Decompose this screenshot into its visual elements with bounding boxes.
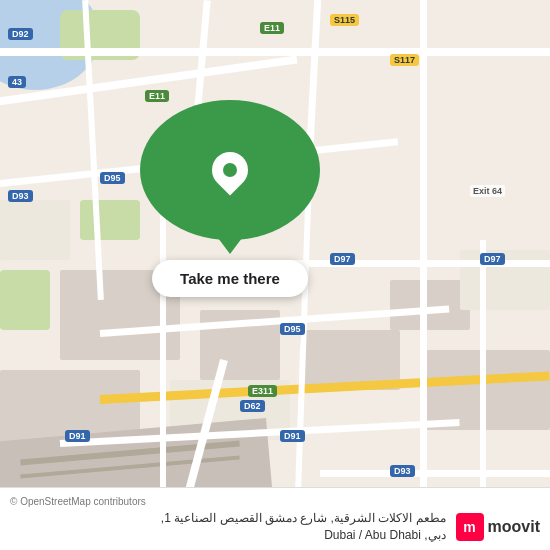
attribution-text: © OpenStreetMap contributors <box>10 496 540 507</box>
moovit-logo: m moovit <box>456 513 540 541</box>
label-d97-2: D97 <box>480 253 505 265</box>
location-pin <box>205 145 256 196</box>
block-3 <box>0 200 70 260</box>
label-s115: S115 <box>330 14 359 26</box>
location-text: مطعم الاكلات الشرقية, شارع دمشق القصيص ا… <box>10 510 446 544</box>
moovit-m-letter: m <box>463 519 475 535</box>
location-line2: دبي, Dubai / Abu Dhabi <box>324 528 445 542</box>
label-e11-top: E11 <box>260 22 284 34</box>
label-s117: S117 <box>390 54 419 66</box>
location-line1: مطعم الاكلات الشرقية, شارع دمشق القصيص ا… <box>161 511 446 525</box>
take-me-there-button[interactable]: Take me there <box>152 260 308 297</box>
road-e11-top <box>0 48 550 56</box>
label-d91-1: D91 <box>65 430 90 442</box>
label-d91-2: D91 <box>280 430 305 442</box>
label-d95-bot: D95 <box>280 323 305 335</box>
green-area-2 <box>80 200 140 240</box>
bottom-info-bar: © OpenStreetMap contributors مطعم الاكلا… <box>0 487 550 550</box>
label-exit64: Exit 64 <box>470 185 505 197</box>
label-e311: E311 <box>248 385 277 397</box>
moovit-icon: m <box>456 513 484 541</box>
road-d93-bot <box>320 470 550 477</box>
label-d62: D62 <box>240 400 265 412</box>
label-d97-1: D97 <box>330 253 355 265</box>
road-v3 <box>420 0 427 550</box>
label-d92: D92 <box>8 28 33 40</box>
map-popup: Take me there <box>140 100 320 297</box>
green-area-3 <box>0 270 50 330</box>
label-d93: D93 <box>8 190 33 202</box>
label-d95: D95 <box>100 172 125 184</box>
label-d93-bot: D93 <box>390 465 415 477</box>
popup-bubble <box>140 100 320 240</box>
bottom-bar-info: مطعم الاكلات الشرقية, شارع دمشق القصيص ا… <box>10 510 540 544</box>
block-9 <box>460 250 550 310</box>
label-d43: 43 <box>8 76 26 88</box>
block-7 <box>390 280 470 330</box>
map-container: E11 E11 S115 S117 D92 43 D93 D95 D97 D97… <box>0 0 550 550</box>
moovit-text: moovit <box>488 518 540 536</box>
